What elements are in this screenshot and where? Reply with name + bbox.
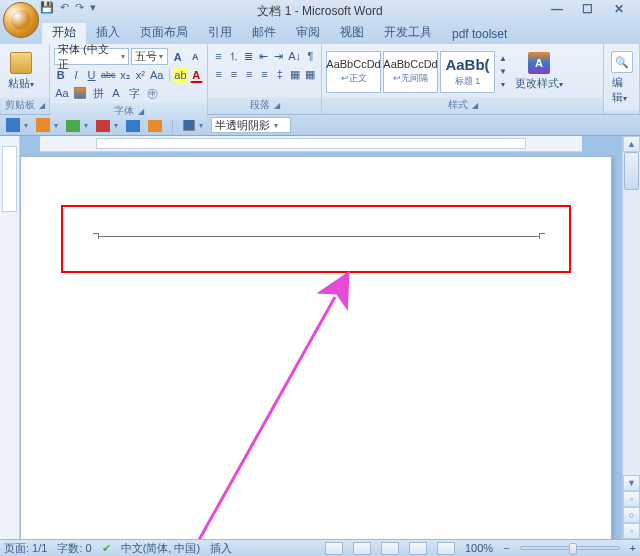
styles-expand[interactable]: ▾: [497, 78, 509, 91]
tool-icon[interactable]: [36, 118, 50, 132]
chevron-down-icon[interactable]: ▾: [24, 121, 28, 130]
tab-layout[interactable]: 页面布局: [130, 21, 198, 44]
style-normal[interactable]: AaBbCcDd ↩正文: [326, 51, 381, 93]
chevron-down-icon[interactable]: ▾: [54, 121, 58, 130]
tool-icon[interactable]: [148, 118, 162, 132]
grow-font-button[interactable]: A: [170, 49, 185, 65]
zoom-level[interactable]: 100%: [465, 542, 493, 554]
enclose-char-button[interactable]: ㊥: [144, 85, 160, 101]
italic-button[interactable]: I: [69, 67, 82, 83]
sort-button[interactable]: A↓: [287, 48, 302, 64]
zoom-slider-knob[interactable]: [569, 543, 577, 555]
horizontal-ruler[interactable]: [40, 136, 582, 152]
close-button[interactable]: ✕: [602, 0, 636, 18]
tool-icon[interactable]: [126, 118, 140, 132]
text-effects-button[interactable]: [72, 85, 88, 101]
strike-button[interactable]: abc: [100, 67, 116, 83]
vertical-ruler[interactable]: [0, 136, 20, 539]
font-size-combo[interactable]: 五号▾: [131, 48, 168, 65]
style-heading1[interactable]: AaBb( 标题 1: [440, 51, 495, 93]
bold-button[interactable]: B: [54, 67, 67, 83]
char-shading-button[interactable]: 字: [126, 85, 142, 101]
document-page[interactable]: [20, 156, 612, 539]
subscript-button[interactable]: x₂: [118, 67, 131, 83]
zoom-in-button[interactable]: +: [630, 542, 636, 554]
scroll-up-button[interactable]: ▲: [623, 136, 640, 152]
scroll-track[interactable]: [623, 152, 640, 475]
shrink-font-button[interactable]: A: [188, 49, 203, 65]
language-indicator[interactable]: 中文(简体, 中国): [121, 541, 200, 556]
shadow-style-combo[interactable]: 半透明阴影▾: [211, 117, 291, 133]
maximize-button[interactable]: ☐: [572, 0, 602, 18]
numbering-button[interactable]: ⒈: [227, 48, 240, 64]
align-left-button[interactable]: ≡: [212, 66, 225, 82]
qat-undo-icon[interactable]: ↶: [60, 1, 69, 14]
color-swatch[interactable]: [183, 119, 195, 131]
word-count[interactable]: 字数: 0: [57, 541, 91, 556]
tool-icon[interactable]: [96, 118, 110, 132]
view-print-layout[interactable]: [325, 542, 343, 555]
document-viewport[interactable]: [20, 136, 622, 539]
tab-review[interactable]: 审阅: [286, 21, 330, 44]
line-spacing-button[interactable]: ‡: [273, 66, 286, 82]
styles-row-up[interactable]: ▲: [497, 52, 509, 65]
chevron-down-icon[interactable]: ▾: [84, 121, 88, 130]
borders-button[interactable]: ▦: [304, 66, 317, 82]
change-case-button[interactable]: Aa: [149, 67, 164, 83]
font-dialog-launcher[interactable]: ◢: [138, 107, 144, 116]
zoom-slider[interactable]: [520, 546, 620, 550]
minimize-button[interactable]: —: [542, 0, 572, 18]
style-no-spacing[interactable]: AaBbCcDd ↩无间隔: [383, 51, 438, 93]
multilevel-button[interactable]: ≣: [242, 48, 255, 64]
font-color-button[interactable]: A: [190, 67, 203, 83]
show-marks-button[interactable]: ¶: [304, 48, 317, 64]
view-web-layout[interactable]: [381, 542, 399, 555]
change-styles-button[interactable]: A 更改样式▾: [511, 52, 567, 91]
insert-mode[interactable]: 插入: [210, 541, 232, 556]
justify-button[interactable]: ≡: [258, 66, 271, 82]
clipboard-dialog-launcher[interactable]: ◢: [39, 101, 45, 110]
view-draft[interactable]: [437, 542, 455, 555]
browse-object-button[interactable]: ○: [623, 507, 640, 523]
tab-mailings[interactable]: 邮件: [242, 21, 286, 44]
bullets-button[interactable]: ≡: [212, 48, 225, 64]
increase-indent-button[interactable]: ⇥: [272, 48, 285, 64]
phonetic-button[interactable]: 拼: [90, 85, 106, 101]
next-page-button[interactable]: ◦: [623, 523, 640, 539]
prev-page-button[interactable]: ◦: [623, 491, 640, 507]
spell-check-icon[interactable]: ✔: [102, 542, 111, 555]
tab-developer[interactable]: 开发工具: [374, 21, 442, 44]
align-center-button[interactable]: ≡: [227, 66, 240, 82]
office-button[interactable]: [3, 2, 39, 38]
qat-redo-icon[interactable]: ↷: [75, 1, 84, 14]
styles-dialog-launcher[interactable]: ◢: [472, 101, 478, 110]
page-indicator[interactable]: 页面: 1/1: [4, 541, 47, 556]
underline-button[interactable]: U: [85, 67, 98, 83]
editing-button[interactable]: 🔍 编辑▾: [608, 46, 635, 110]
qat-dropdown-icon[interactable]: ▾: [90, 1, 96, 14]
styles-row-down[interactable]: ▼: [497, 65, 509, 78]
superscript-button[interactable]: x²: [134, 67, 147, 83]
view-outline[interactable]: [409, 542, 427, 555]
zoom-out-button[interactable]: −: [503, 542, 509, 554]
scroll-down-button[interactable]: ▼: [623, 475, 640, 491]
tool-icon[interactable]: [6, 118, 20, 132]
tab-pdf-toolset[interactable]: pdf toolset: [442, 24, 517, 44]
font-name-combo[interactable]: 宋体 (中文正▾: [54, 48, 129, 65]
view-full-screen[interactable]: [353, 542, 371, 555]
tab-view[interactable]: 视图: [330, 21, 374, 44]
tool-icon[interactable]: [66, 118, 80, 132]
chevron-down-icon[interactable]: ▾: [114, 121, 118, 130]
shading-button[interactable]: ▦: [288, 66, 301, 82]
char-border-button[interactable]: A: [108, 85, 124, 101]
paragraph-dialog-launcher[interactable]: ◢: [274, 101, 280, 110]
chevron-down-icon[interactable]: ▾: [199, 121, 203, 130]
paste-button[interactable]: 粘贴▾: [4, 48, 38, 95]
tab-references[interactable]: 引用: [198, 21, 242, 44]
clear-format-button[interactable]: Aa: [54, 85, 70, 101]
scroll-thumb[interactable]: [624, 152, 639, 190]
highlight-button[interactable]: ab: [173, 67, 187, 83]
align-right-button[interactable]: ≡: [243, 66, 256, 82]
vertical-scrollbar[interactable]: ▲ ▼ ◦ ○ ◦: [622, 136, 640, 539]
qat-save-icon[interactable]: 💾: [40, 1, 54, 14]
